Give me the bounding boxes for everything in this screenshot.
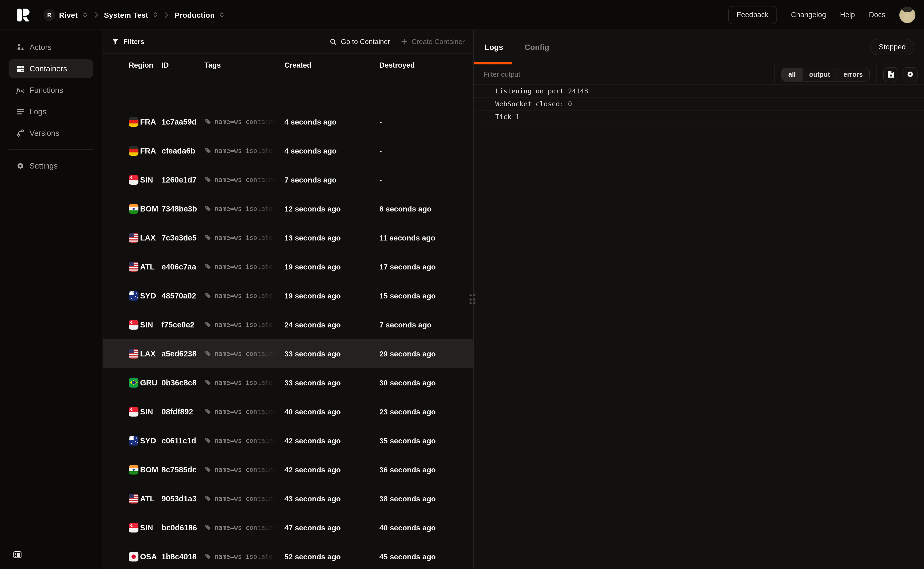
destroyed-cell: 38 seconds ago: [379, 494, 468, 503]
tag-text: name=ws-isolate: [215, 552, 280, 560]
table-row[interactable]: GRU 0b36c8c8 name=ws-isolate 33 seconds …: [103, 368, 473, 397]
region-code: ATL: [140, 494, 161, 503]
nav-link-docs[interactable]: Docs: [869, 11, 885, 19]
column-header-created: Created: [284, 61, 379, 69]
table-row[interactable]: ATL e406c7aa name=ws-isolate 19 seconds …: [103, 252, 473, 281]
mode-all[interactable]: all: [782, 68, 802, 81]
created-cell: 4 seconds ago: [284, 146, 379, 155]
panel-resize-handle[interactable]: [469, 294, 475, 304]
tag-text: name=ws-container: [215, 494, 280, 502]
org-avatar: R: [44, 9, 55, 21]
table-row[interactable]: LAX 7c3e3de5 name=ws-isolate 13 seconds …: [103, 223, 473, 252]
go-to-container-label: Go to Container: [341, 38, 390, 46]
tags-cell: name=ws-isolate: [205, 552, 284, 560]
create-container-button[interactable]: Create Container: [401, 38, 465, 46]
rivet-logo-icon[interactable]: [17, 8, 30, 22]
sidebar-item-actors[interactable]: Actors: [9, 38, 93, 57]
tab-logs[interactable]: Logs: [474, 30, 514, 64]
feedback-button[interactable]: Feedback: [728, 6, 777, 24]
mode-output[interactable]: output: [802, 68, 836, 81]
tag-icon: [205, 495, 211, 502]
tags-cell: name=ws-isolate: [205, 321, 284, 328]
table-row[interactable]: ATL 9053d1a3 name=ws-container 43 second…: [103, 484, 473, 513]
log-settings-button[interactable]: [903, 67, 918, 82]
destroyed-cell: 11 seconds ago: [379, 233, 468, 242]
tab-config[interactable]: Config: [514, 30, 560, 64]
table-row[interactable]: OSA 1b8c4018 name=ws-isolate 52 seconds …: [103, 542, 473, 569]
nav-link-changelog[interactable]: Changelog: [791, 11, 826, 19]
table-row[interactable]: SIN f75ce0e2 name=ws-isolate 24 seconds …: [103, 310, 473, 339]
container-id: c0611c1d: [161, 436, 205, 445]
table-row[interactable]: FRA cfeada6b name=ws-isolate 4 seconds a…: [103, 136, 473, 165]
container-id: e406c7aa: [161, 262, 205, 271]
filters-label: Filters: [123, 38, 144, 46]
plus-icon: [401, 38, 408, 45]
chevron-right-icon: [163, 11, 171, 19]
region-code: SIN: [140, 523, 161, 532]
tag-text: name=ws-container: [215, 118, 280, 125]
sidebar-item-label: Logs: [29, 107, 46, 116]
git-branch-icon: [16, 129, 25, 137]
created-cell: 13 seconds ago: [284, 233, 379, 242]
created-cell: 12 seconds ago: [284, 204, 379, 213]
container-id: 1b8c4018: [161, 552, 205, 561]
breadcrumb: R Rivet System Test Production: [44, 9, 225, 21]
tag-icon: [205, 205, 211, 212]
table-header: Region ID Tags Created Destroyed: [103, 54, 473, 77]
filter-output-input[interactable]: Filter output: [474, 64, 774, 84]
save-icon: [887, 70, 895, 78]
created-cell: 47 seconds ago: [284, 523, 379, 532]
container-id: 7348be3b: [161, 204, 205, 213]
table-row[interactable]: SIN 1260e1d7 name=ws-container 7 seconds…: [103, 165, 473, 194]
tag-icon: [205, 176, 211, 183]
sidebar-item-versions[interactable]: Versions: [9, 123, 93, 143]
sidebar-item-logs[interactable]: Logs: [9, 102, 93, 121]
tags-cell: name=ws-container: [205, 437, 284, 444]
region-code: FRA: [140, 117, 161, 126]
tags-cell: name=ws-container: [205, 176, 284, 183]
nav-link-help[interactable]: Help: [840, 11, 855, 19]
sidebar: Actors Containers f (x) Functions Logs: [0, 30, 103, 569]
table-row[interactable]: LAX a5ed6238 name=ws-container 33 second…: [103, 339, 473, 368]
table-row[interactable]: BOM 7348be3b name=ws-isolate 12 seconds …: [103, 194, 473, 223]
breadcrumb-environment[interactable]: Production: [174, 11, 226, 19]
go-to-container-button[interactable]: Go to Container: [329, 38, 390, 46]
container-id: 08fdf892: [161, 407, 205, 416]
topbar: R Rivet System Test Production Feedback …: [0, 0, 924, 30]
mode-errors[interactable]: errors: [836, 68, 869, 81]
region-flag-icon: [129, 523, 138, 532]
table-row[interactable]: SIN 08fdf892 name=ws-container 40 second…: [103, 397, 473, 426]
tag-text: name=ws-isolate: [215, 379, 280, 386]
log-output: Listening on port 24148 WebSocket closed…: [474, 85, 924, 123]
destroyed-cell: -: [379, 146, 468, 155]
filters-button[interactable]: Filters: [112, 38, 144, 46]
sidebar-item-containers[interactable]: Containers: [9, 59, 93, 78]
destroyed-cell: 8 seconds ago: [379, 204, 468, 213]
container-id: 1260e1d7: [161, 175, 205, 184]
breadcrumb-project[interactable]: System Test: [104, 11, 159, 19]
table-row[interactable]: SYD 48570a02 name=ws-isolate 19 seconds …: [103, 281, 473, 310]
log-filter-modes: all output errors: [774, 64, 876, 84]
container-id: 9053d1a3: [161, 494, 205, 503]
region-code: BOM: [140, 204, 161, 213]
sidebar-item-functions[interactable]: f (x) Functions: [9, 81, 93, 100]
table-row[interactable]: SYD c0611c1d name=ws-container 42 second…: [103, 426, 473, 455]
breadcrumb-org[interactable]: R Rivet: [44, 9, 88, 21]
sidebar-item-settings[interactable]: Settings: [9, 156, 93, 175]
table-row[interactable]: BOM 8c7585dc name=ws-container 42 second…: [103, 455, 473, 484]
collapse-sidebar-button[interactable]: [13, 550, 22, 559]
sidebar-item-label: Actors: [29, 43, 52, 52]
table-row[interactable]: SIN bc0d6186 name=ws-container 47 second…: [103, 513, 473, 542]
created-cell: 40 seconds ago: [284, 407, 379, 416]
destroyed-cell: -: [379, 175, 468, 184]
chevrons-up-down-icon: [218, 11, 225, 18]
created-cell: 33 seconds ago: [284, 378, 379, 387]
tag-icon: [205, 466, 211, 473]
server-icon: [16, 64, 25, 73]
destroyed-cell: 17 seconds ago: [379, 262, 468, 271]
user-avatar[interactable]: [899, 7, 915, 23]
created-cell: 42 seconds ago: [284, 436, 379, 445]
sidebar-item-label: Settings: [29, 161, 58, 170]
save-logs-button[interactable]: [883, 67, 898, 82]
table-row[interactable]: FRA 1c7aa59d name=ws-container 4 seconds…: [103, 107, 473, 136]
